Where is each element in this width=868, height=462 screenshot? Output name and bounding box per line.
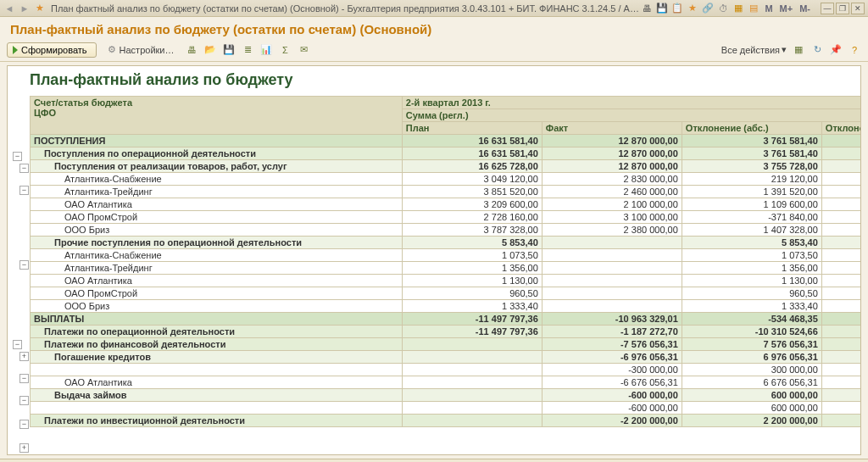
table-row[interactable]: ОАО ПромСтрой2 728 160,003 100 000,00-37…: [31, 211, 862, 224]
cell-name: Атлантика-Трейдинг: [31, 262, 403, 275]
table-row[interactable]: -600 000,00600 000,00-100,00-600 000,006…: [31, 402, 862, 415]
form-button[interactable]: Сформировать: [7, 42, 97, 58]
table-row[interactable]: Атлантика-Снабжение1 073,501 073,50100,0…: [31, 249, 862, 262]
statusbar: Σ 0,00: [0, 459, 868, 462]
history-icon[interactable]: ⏱: [717, 3, 729, 14]
table-row[interactable]: ВЫПЛАТЫ-11 497 797,36-10 963 329,01-534 …: [31, 313, 862, 326]
cell-name: Поступления по операционной деятельности: [31, 148, 403, 160]
cell-value: 12 870 000,00: [542, 160, 682, 173]
chart-icon[interactable]: 📊: [259, 43, 273, 57]
table-row[interactable]: ООО Бриз1 333,401 333,40100,001 333,401 …: [31, 300, 862, 313]
forward-icon[interactable]: ►: [19, 3, 31, 14]
grid-icon[interactable]: ▦: [792, 43, 805, 57]
link-icon[interactable]: 🔗: [702, 3, 714, 14]
cell-value: -6 676 056,31: [542, 376, 682, 389]
col-devpct: Отклонение (%): [821, 122, 861, 135]
cell-name: ВЫПЛАТЫ: [31, 313, 403, 326]
close-button[interactable]: ✕: [851, 3, 865, 14]
pin-icon[interactable]: 📌: [829, 43, 843, 57]
cell-value: 5 853,40: [402, 237, 542, 249]
table-row[interactable]: Атлантика-Снабжение3 049 120,002 830 000…: [31, 173, 862, 186]
table-row[interactable]: ОАО Атлантика3 209 600,002 100 000,001 1…: [31, 198, 862, 211]
table-row[interactable]: Выдача займов-600 000,00600 000,00-100,0…: [31, 389, 862, 402]
open-icon[interactable]: 📂: [203, 43, 217, 57]
table-row[interactable]: -300 000,00300 000,00-100,00-300 000,003…: [31, 364, 862, 376]
cell-value: -371 840,00: [682, 211, 821, 224]
collapse-button[interactable]: −: [19, 396, 29, 405]
cell-value: -1 187 272,70: [542, 326, 682, 338]
expand-button[interactable]: +: [19, 443, 29, 453]
cell-value: 1 073,50: [402, 249, 542, 262]
cell-value: 16 631 581,40: [402, 148, 542, 160]
report-area[interactable]: − − − − − + − − − + План-фактный анализ …: [7, 65, 861, 455]
cell-value: -2 200 000,00: [542, 415, 682, 427]
titlebar: ◄ ► ★ План фактный анализ по бюджету (ос…: [0, 0, 868, 17]
collapse-button[interactable]: −: [19, 260, 29, 270]
copy-icon[interactable]: 📋: [671, 3, 683, 14]
refresh-icon[interactable]: ↻: [810, 43, 824, 57]
table-row[interactable]: ОАО Атлантика-6 676 056,316 676 056,31-1…: [31, 376, 862, 389]
minimize-button[interactable]: —: [821, 3, 834, 14]
header-period: 2-й квартал 2013 г.: [402, 97, 861, 109]
cell-name: Платежи по операционной деятельности: [31, 326, 403, 338]
cell-name: Платежи по финансовой деятельности: [31, 338, 403, 351]
cell-value: 1 130,00: [682, 275, 821, 287]
settings-button-label: Настройки…: [120, 45, 175, 55]
table-row[interactable]: Прочие поступления по операционной деяте…: [31, 237, 862, 249]
m-plus-button[interactable]: M+: [778, 3, 795, 14]
m-button[interactable]: M: [763, 3, 774, 14]
table-row[interactable]: ООО Бриз3 787 328,002 380 000,001 407 32…: [31, 224, 862, 237]
cell-name: Платежи по инвестиционной деятельности: [31, 415, 403, 427]
cell-name: Поступления от реализации товаров, работ…: [31, 160, 403, 173]
print-icon[interactable]: 🖶: [641, 3, 653, 14]
fav2-icon[interactable]: ★: [687, 3, 698, 14]
report-table: Счет/статья бюджета ЦФО 2-й квартал 2013…: [30, 96, 861, 427]
expand-button[interactable]: +: [19, 352, 29, 361]
cell-value: 100,00: [821, 237, 861, 249]
cell-value: -534 468,35: [682, 313, 821, 326]
print-report-icon[interactable]: 🖶: [185, 43, 198, 57]
cell-value: 5 853,40: [682, 237, 821, 249]
cell-value: [402, 402, 542, 415]
save-report-icon[interactable]: 💾: [222, 43, 236, 57]
collapse-button[interactable]: −: [19, 186, 29, 195]
collapse-button[interactable]: −: [19, 164, 29, 173]
table-row[interactable]: Поступления от реализации товаров, работ…: [31, 160, 862, 173]
calc-icon[interactable]: ▦: [732, 3, 744, 14]
cell-value: 36,13: [821, 186, 861, 198]
cell-value: 1 391 520,00: [682, 186, 821, 198]
table-row[interactable]: Платежи по финансовой деятельности-7 576…: [31, 338, 862, 351]
play-icon: [13, 46, 18, 54]
help-icon[interactable]: ?: [848, 43, 861, 57]
mail-icon[interactable]: ✉: [297, 43, 310, 57]
cell-value: 16 631 581,40: [402, 135, 542, 148]
table-row[interactable]: Атлантика-Трейдинг3 851 520,002 460 000,…: [31, 186, 862, 198]
table-row[interactable]: ОАО Атлантика1 130,001 130,00100,001 130…: [31, 275, 862, 287]
cell-value: 22,59: [821, 160, 861, 173]
calendar-icon[interactable]: ▤: [748, 3, 760, 14]
m-minus-button[interactable]: M-: [798, 3, 812, 14]
cell-name: Атлантика-Трейдинг: [31, 186, 403, 198]
table-row[interactable]: Поступления по операционной деятельности…: [31, 148, 862, 160]
collapse-button[interactable]: −: [13, 152, 22, 161]
back-icon[interactable]: ◄: [3, 3, 15, 14]
table-row[interactable]: Платежи по операционной деятельности-11 …: [31, 326, 862, 338]
cell-name: ОАО Атлантика: [31, 275, 403, 287]
sum-icon[interactable]: Σ: [278, 43, 292, 57]
settings-button[interactable]: ⚙ Настройки…: [102, 42, 181, 58]
table-row[interactable]: Атлантика-Трейдинг1 356,001 356,00100,00…: [31, 262, 862, 275]
table-row[interactable]: ОАО ПромСтрой960,50960,50100,00960,50960…: [31, 287, 862, 300]
table-row[interactable]: ПОСТУПЛЕНИЯ16 631 581,4012 870 000,003 7…: [31, 135, 862, 148]
collapse-button[interactable]: −: [13, 340, 22, 349]
favorite-icon[interactable]: ★: [34, 3, 46, 14]
cell-value: 100,00: [821, 275, 861, 287]
collapse-button[interactable]: −: [19, 374, 29, 383]
table-row[interactable]: Погашение кредитов-6 976 056,316 976 056…: [31, 351, 862, 364]
save-icon[interactable]: 💾: [656, 3, 668, 14]
collapse-button[interactable]: −: [19, 420, 29, 429]
variants-icon[interactable]: ≣: [241, 43, 254, 57]
table-row[interactable]: Платежи по инвестиционной деятельности-2…: [31, 415, 862, 427]
cell-value: 2 100 000,00: [542, 198, 682, 211]
all-actions-menu[interactable]: Все действия ▾: [721, 44, 787, 55]
restore-button[interactable]: ❐: [836, 3, 849, 14]
